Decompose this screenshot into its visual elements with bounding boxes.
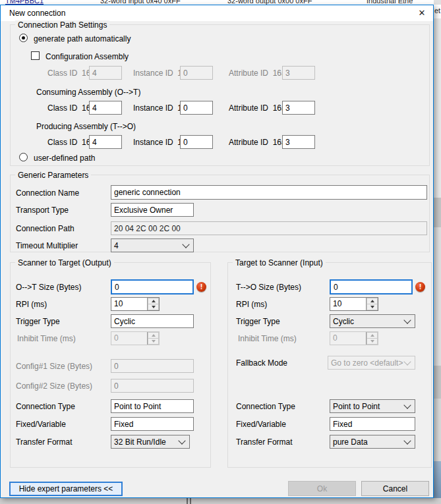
input-inhibit-time-spinner: 0 [330, 331, 378, 345]
connection-path-settings-legend: Connection Path Settings [15, 20, 109, 30]
consuming-attribute-id-field[interactable]: 3 [282, 101, 315, 115]
input-connection-type-select[interactable]: Point to Point [330, 399, 415, 413]
producing-class-id-label: Class ID 16# [47, 138, 95, 147]
ot-size-label: O-->T Size (Bytes) [16, 283, 81, 292]
config-class-id-field: 4 [89, 66, 122, 80]
close-icon[interactable]: ✕ [413, 6, 431, 20]
background-protocol: Industrial Ethe [367, 0, 413, 5]
cancel-button[interactable]: Cancel [361, 481, 429, 496]
spinner-up-icon [367, 332, 378, 339]
radio-dot [22, 36, 25, 40]
producing-attribute-id-field[interactable]: 3 [282, 135, 315, 149]
input-connection-type-label: Connection Type [236, 402, 295, 411]
background-right-text: et [434, 7, 440, 14]
spinner-down-icon [367, 339, 378, 345]
to-size-input[interactable] [330, 279, 413, 294]
fallback-mode-value: Go to zero <default> [331, 358, 403, 368]
producing-class-id-field[interactable]: 4 [89, 135, 122, 149]
input-transfer-format-value: pure Data [333, 437, 368, 447]
user-defined-path-radio[interactable] [19, 153, 28, 161]
background-top-row: TM4PBBC1 32-word input 0x40 0xFF 32-word… [0, 0, 441, 5]
background-right-strip: et [434, 0, 441, 504]
input-trigger-type-select[interactable]: Cyclic [330, 314, 415, 328]
spinner-buttons [147, 298, 159, 310]
chevron-down-icon [403, 358, 411, 365]
input-rpi-label: RPI (ms) [236, 300, 267, 309]
generic-parameters-legend: Generic Parameters [15, 171, 91, 180]
spinner-up-icon[interactable] [367, 298, 378, 304]
input-fixed-variable-label: Fixed/Variable [236, 420, 286, 429]
timeout-multiplier-value: 4 [114, 241, 119, 250]
output-rpi-value: 10 [111, 298, 147, 310]
fallback-mode-label: Fallback Mode [236, 358, 287, 368]
chevron-down-icon [403, 316, 411, 323]
output-inhibit-time-value: 0 [111, 332, 147, 345]
screen: { "background": { "top_fragments": { "f1… [0, 0, 441, 504]
spinner-down-icon[interactable] [148, 304, 159, 310]
output-connection-type-field[interactable]: Point to Point [111, 399, 194, 413]
output-inhibit-time-spinner: 0 [111, 331, 160, 345]
input-transfer-format-label: Transfer Format [236, 437, 293, 447]
config-attribute-id-label: Attribute ID 16# [229, 69, 286, 78]
chevron-down-icon [403, 401, 411, 408]
chevron-down-icon [178, 437, 185, 444]
config2-size-label: Config#2 Size (Bytes) [16, 381, 92, 391]
input-trigger-type-label: Trigger Type [236, 317, 280, 326]
configuration-assembly-checkbox[interactable] [31, 51, 40, 60]
config1-size-label: Config#1 Size (Bytes) [16, 362, 92, 371]
output-connection-type-label: Connection Type [16, 402, 75, 411]
scanner-to-target-legend: Scanner to Target (Output) [15, 258, 114, 267]
connection-name-label: Connection Name [16, 188, 79, 198]
generate-path-radio[interactable] [19, 34, 28, 42]
output-trigger-type-field[interactable]: Cyclic [111, 314, 194, 328]
hide-expert-parameters-button[interactable]: Hide expert parameters << [9, 482, 123, 496]
output-fixed-variable-label: Fixed/Variable [16, 420, 66, 429]
input-inhibit-time-label: Inhibit Time (ms) [238, 334, 297, 343]
consuming-class-id-label: Class ID 16# [47, 103, 95, 113]
chevron-down-icon [182, 240, 189, 248]
input-rpi-value: 10 [330, 298, 366, 310]
spinner-up-icon[interactable] [148, 298, 159, 304]
background-bottom-strip [0, 498, 441, 504]
input-trigger-type-value: Cyclic [333, 317, 354, 326]
input-connection-type-value: Point to Point [333, 402, 380, 411]
input-inhibit-time-value: 0 [330, 332, 366, 345]
consuming-instance-id-field[interactable]: 0 [180, 101, 213, 115]
output-transfer-format-value: 32 Bit Run/Idle [114, 437, 166, 447]
config1-size-field: 0 [111, 359, 194, 373]
config-instance-id-field: 0 [180, 66, 213, 80]
producing-assembly-title: Producing Assembly (T-->O) [36, 122, 136, 131]
to-size-label: T-->O Size (Bytes) [236, 283, 301, 292]
output-rpi-label: RPI (ms) [16, 300, 47, 309]
generate-path-label: generate path automatically [34, 34, 131, 43]
title-bar [1, 5, 433, 21]
output-trigger-type-label: Trigger Type [16, 317, 60, 326]
consuming-attribute-id-label: Attribute ID 16# [229, 103, 286, 113]
output-inhibit-time-label: Inhibit Time (ms) [17, 334, 76, 343]
output-rpi-spinner[interactable]: 10 [111, 297, 160, 311]
consuming-assembly-title: Consuming Assembly (O-->T) [36, 88, 140, 97]
transport-type-label: Transport Type [16, 206, 69, 215]
config-attribute-id-field: 3 [282, 66, 315, 80]
producing-attribute-id-label: Attribute ID 16# [229, 138, 286, 147]
consuming-class-id-field[interactable]: 4 [89, 101, 122, 115]
error-icon: ! [415, 282, 425, 292]
timeout-multiplier-select[interactable]: 4 [111, 238, 194, 252]
input-fixed-variable-field[interactable]: Fixed [330, 417, 415, 431]
config-class-id-label: Class ID 16# [47, 69, 95, 78]
error-icon: ! [196, 282, 206, 292]
ot-size-input[interactable] [111, 279, 194, 294]
spinner-buttons [366, 298, 378, 310]
output-transfer-format-label: Transfer Format [16, 437, 73, 447]
transport-type-field[interactable]: Exclusive Owner [111, 203, 194, 217]
spinner-down-icon[interactable] [367, 304, 378, 310]
user-defined-path-label: user-defined path [34, 154, 95, 163]
ok-button: Ok [288, 481, 356, 496]
output-transfer-format-select[interactable]: 32 Bit Run/Idle [111, 435, 190, 449]
input-transfer-format-select[interactable]: pure Data [330, 435, 415, 449]
output-fixed-variable-field[interactable]: Fixed [111, 417, 194, 431]
connection-name-input[interactable] [111, 185, 427, 200]
input-rpi-spinner[interactable]: 10 [330, 297, 378, 311]
producing-instance-id-field[interactable]: 0 [180, 135, 213, 149]
chevron-down-icon [403, 437, 411, 444]
